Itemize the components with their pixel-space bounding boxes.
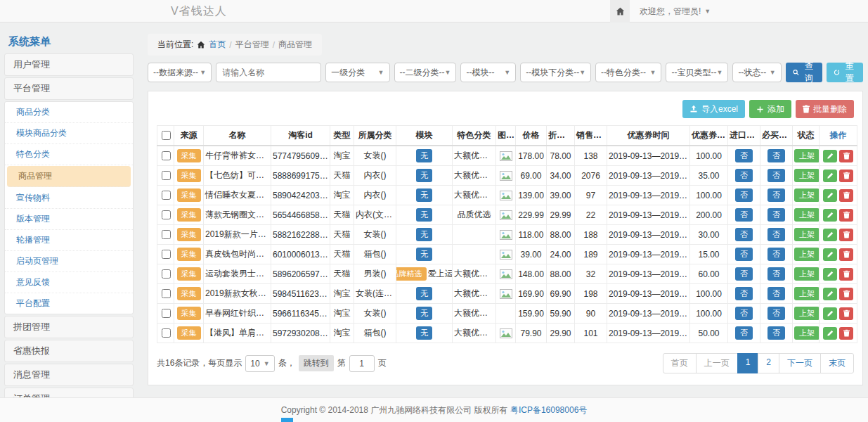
must-buy-toggle[interactable]: 否 (767, 248, 785, 261)
must-buy-toggle[interactable]: 否 (767, 149, 785, 162)
delete-button[interactable] (839, 170, 853, 182)
import-excel-button[interactable]: 导入excel (682, 100, 745, 118)
breadcrumb-home-link[interactable]: 首页 (209, 39, 226, 51)
sidebar-subitem[interactable]: 轮播管理 (5, 230, 133, 251)
sidebar-subitem[interactable]: 宣传物料 (5, 188, 133, 209)
sidebar-subitem[interactable]: 版本管理 (5, 209, 133, 230)
edit-button[interactable] (823, 268, 837, 281)
sidebar-item[interactable]: 消息管理 (4, 364, 134, 386)
filter-select[interactable]: --状态--▼ (732, 63, 781, 82)
filter-select[interactable]: --模块--▼ (460, 63, 516, 82)
add-button[interactable]: 添加 (749, 100, 791, 118)
jump-button[interactable]: 跳转到 (299, 355, 334, 371)
reset-button[interactable]: 重置 (827, 63, 863, 82)
select-all-checkbox[interactable] (162, 131, 171, 140)
filter-select[interactable]: --数据来源--▼ (148, 63, 212, 82)
row-checkbox[interactable] (162, 210, 171, 219)
status-button[interactable]: 上架 (794, 188, 820, 202)
status-button[interactable]: 上架 (794, 208, 820, 222)
row-checkbox[interactable] (162, 328, 171, 338)
delete-button[interactable] (839, 268, 853, 281)
user-menu[interactable]: 欢迎您，管理员! ▼ (630, 0, 720, 23)
must-buy-toggle[interactable]: 否 (767, 287, 785, 300)
page-button[interactable]: 下一页 (779, 353, 821, 373)
row-checkbox[interactable] (162, 289, 171, 298)
row-checkbox[interactable] (162, 309, 171, 318)
import-select-toggle[interactable]: 否 (735, 188, 753, 202)
import-select-toggle[interactable]: 否 (735, 208, 753, 222)
filter-select[interactable]: --特色分类--▼ (595, 63, 661, 82)
page-button[interactable]: 末页 (820, 353, 854, 373)
jump-page-input[interactable] (349, 355, 375, 372)
search-name-input[interactable] (216, 63, 321, 82)
edit-button[interactable] (823, 170, 837, 182)
edit-button[interactable] (823, 189, 837, 202)
edit-button[interactable] (823, 209, 837, 222)
must-buy-toggle[interactable]: 否 (767, 208, 785, 222)
row-checkbox[interactable] (162, 250, 171, 259)
row-checkbox[interactable] (162, 191, 171, 200)
sidebar-subitem[interactable]: 平台配置 (5, 293, 133, 314)
must-buy-toggle[interactable]: 否 (767, 326, 785, 340)
sidebar-item[interactable]: 用户管理 (4, 53, 134, 76)
per-page-select[interactable]: 10 ▼ (245, 355, 274, 372)
filter-select[interactable]: --二级分类--▼ (394, 63, 457, 82)
sidebar-subitem[interactable]: 模块商品分类 (5, 123, 133, 144)
status-button[interactable]: 上架 (794, 228, 820, 241)
edit-button[interactable] (823, 229, 837, 241)
delete-button[interactable] (839, 327, 853, 340)
must-buy-toggle[interactable]: 否 (767, 307, 785, 320)
row-checkbox[interactable] (162, 230, 171, 239)
query-button[interactable]: 查询 (786, 63, 822, 82)
sidebar-item[interactable]: 省惠快报 (4, 340, 134, 362)
row-checkbox[interactable] (162, 171, 171, 180)
home-button[interactable] (610, 0, 630, 23)
sidebar-subitem[interactable]: 商品管理 (7, 166, 131, 187)
row-checkbox[interactable] (162, 151, 171, 160)
page-button[interactable]: 2 (758, 353, 779, 373)
icp-link[interactable]: 粤ICP备16098006号 (510, 404, 587, 416)
delete-button[interactable] (839, 229, 853, 241)
must-buy-toggle[interactable]: 否 (767, 228, 785, 241)
delete-button[interactable] (839, 150, 853, 162)
status-button[interactable]: 上架 (794, 326, 820, 340)
import-select-toggle[interactable]: 否 (735, 307, 753, 320)
edit-button[interactable] (823, 307, 837, 320)
import-select-toggle[interactable]: 否 (735, 169, 753, 182)
delete-button[interactable] (839, 307, 853, 320)
status-button[interactable]: 上架 (794, 267, 820, 281)
filter-select[interactable]: 一级分类▼ (325, 63, 389, 82)
import-select-toggle[interactable]: 否 (735, 267, 753, 281)
status-button[interactable]: 上架 (794, 287, 820, 300)
must-buy-toggle[interactable]: 否 (767, 169, 785, 182)
status-button[interactable]: 上架 (794, 248, 820, 261)
import-select-toggle[interactable]: 否 (735, 248, 753, 261)
filter-select[interactable]: --模块下分类--▼ (520, 63, 591, 82)
filter-select[interactable]: --宝贝类型--▼ (666, 63, 728, 82)
sidebar-subitem[interactable]: 启动页管理 (5, 251, 133, 272)
import-select-toggle[interactable]: 否 (735, 149, 753, 162)
edit-button[interactable] (823, 150, 837, 162)
status-button[interactable]: 上架 (794, 169, 820, 182)
import-select-toggle[interactable]: 否 (735, 228, 753, 241)
delete-button[interactable] (839, 248, 853, 261)
delete-button[interactable] (839, 189, 853, 202)
import-select-toggle[interactable]: 否 (735, 287, 753, 300)
batch-delete-button[interactable]: 批量删除 (796, 100, 854, 118)
sidebar-subitem[interactable]: 意见反馈 (5, 272, 133, 293)
edit-button[interactable] (823, 288, 837, 300)
status-button[interactable]: 上架 (794, 307, 820, 320)
edit-button[interactable] (823, 327, 837, 340)
edit-button[interactable] (823, 248, 837, 261)
must-buy-toggle[interactable]: 否 (767, 188, 785, 202)
must-buy-toggle[interactable]: 否 (767, 267, 785, 281)
sidebar-subitem[interactable]: 商品分类 (5, 102, 133, 123)
delete-button[interactable] (839, 209, 853, 222)
delete-button[interactable] (839, 288, 853, 300)
import-select-toggle[interactable]: 否 (735, 326, 753, 340)
status-button[interactable]: 上架 (794, 149, 820, 162)
sidebar-item[interactable]: 平台管理 (4, 77, 134, 100)
sidebar-item[interactable]: 拼团管理 (4, 316, 134, 338)
page-button[interactable]: 1 (737, 353, 759, 373)
row-checkbox[interactable] (162, 269, 171, 279)
